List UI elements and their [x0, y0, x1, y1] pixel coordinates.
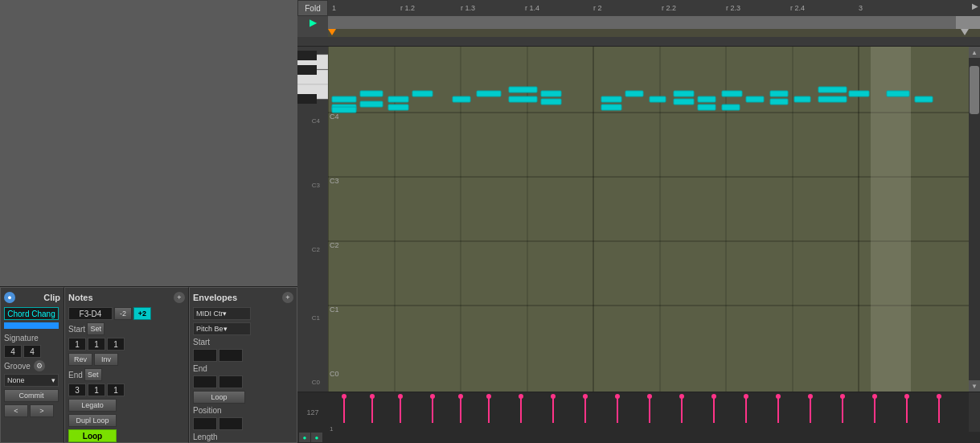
- end-v2[interactable]: [88, 384, 105, 396]
- svg-text:C3: C3: [330, 177, 339, 185]
- clip-title: Clip: [43, 293, 60, 302]
- svg-text:C3: C3: [312, 182, 321, 189]
- start-v1[interactable]: [68, 338, 86, 351]
- playhead-row-1: ▶: [297, 16, 980, 29]
- svg-point-71: [430, 394, 435, 399]
- svg-rect-34: [509, 87, 537, 92]
- notes-add-icon[interactable]: +: [174, 292, 185, 303]
- env-end-v2[interactable]: [219, 375, 243, 388]
- piano-keys: C4 C3 C2 C1 C0: [297, 47, 328, 392]
- pitch-bend-dropdown[interactable]: Pitch Be▾: [193, 322, 251, 335]
- marker-24: r 2.4: [790, 4, 805, 12]
- rev-btn[interactable]: Rev: [68, 353, 92, 366]
- svg-rect-41: [625, 91, 643, 96]
- timeline: 1 r 1.2 r 1.3 r 1.4 r 2 r 2.2 r 2.3 r 2.…: [328, 0, 980, 16]
- svg-rect-39: [360, 101, 383, 107]
- sig-den[interactable]: [23, 345, 41, 358]
- svg-text:1: 1: [330, 425, 334, 432]
- env-pos-v1[interactable]: [193, 417, 217, 430]
- svg-point-101: [904, 394, 909, 399]
- signature-row: Signature: [4, 334, 60, 343]
- loop-bar-2: [328, 29, 980, 37]
- scroll-down-btn[interactable]: ▼: [969, 380, 980, 392]
- inv-btn[interactable]: Inv: [94, 353, 118, 366]
- clip-panel: ● Clip Signature Groove ⚙ Non: [0, 287, 64, 443]
- velocity-area: 127: [297, 392, 980, 432]
- svg-rect-51: [794, 96, 810, 102]
- envelopes-title: Envelopes: [193, 293, 237, 302]
- notes-range[interactable]: [68, 307, 113, 320]
- svg-rect-44: [674, 99, 694, 105]
- svg-rect-31: [412, 91, 433, 96]
- scroll-right-arrow[interactable]: ▶: [972, 2, 978, 10]
- end-marker: [961, 29, 969, 35]
- start-v3[interactable]: [107, 338, 125, 351]
- svg-point-67: [370, 394, 375, 399]
- svg-text:C1: C1: [312, 314, 321, 322]
- svg-text:C2: C2: [330, 241, 339, 249]
- svg-point-75: [486, 394, 491, 399]
- transport-back-btn[interactable]: ●: [299, 433, 310, 442]
- grid-svg: C4 C3 C2 C1 C0: [328, 47, 969, 392]
- marker-22: r 2.2: [662, 4, 676, 12]
- clip-name-field[interactable]: [4, 307, 59, 320]
- clip-color-bar[interactable]: [4, 322, 59, 329]
- env-end-v1[interactable]: [193, 375, 217, 388]
- svg-point-95: [808, 394, 813, 399]
- marker-2: r 2: [593, 4, 602, 12]
- start-set-btn[interactable]: Set: [87, 322, 105, 335]
- scroll-up-btn[interactable]: ▲: [969, 47, 980, 58]
- dupl-loop-btn[interactable]: Dupl Loop: [68, 414, 117, 427]
- env-pos-v2[interactable]: [219, 417, 243, 430]
- note-grid[interactable]: C4 C3 C2 C1 C0: [328, 47, 969, 392]
- svg-point-83: [615, 394, 620, 399]
- transport-forward-btn[interactable]: ●: [311, 433, 322, 442]
- marker-1: 1: [332, 4, 336, 12]
- groove-icon[interactable]: ⚙: [34, 360, 45, 371]
- svg-rect-30: [388, 105, 408, 110]
- clip-icon[interactable]: ●: [4, 292, 15, 303]
- notes-title: Notes: [68, 293, 93, 302]
- end-v3[interactable]: [107, 384, 125, 396]
- svg-point-99: [872, 394, 877, 399]
- envelopes-panel-header: Envelopes +: [193, 291, 293, 304]
- svg-point-77: [519, 394, 523, 399]
- env-start-v1[interactable]: [193, 349, 217, 362]
- marker-23: r 2.3: [726, 4, 740, 12]
- midi-ctrl-dropdown[interactable]: MIDI Ctr▾: [193, 307, 251, 320]
- env-start-v2[interactable]: [219, 349, 243, 362]
- scroll-thumb[interactable]: [970, 66, 979, 114]
- commit-button[interactable]: Commit: [4, 389, 59, 402]
- svg-rect-49: [770, 91, 788, 96]
- start-v2[interactable]: [88, 338, 105, 351]
- plus2-btn[interactable]: +2: [133, 307, 151, 320]
- svg-rect-37: [541, 99, 561, 105]
- env-loop-btn[interactable]: Loop: [193, 391, 245, 404]
- loop-btn[interactable]: Loop: [68, 429, 117, 442]
- minus2-btn[interactable]: -2: [114, 307, 132, 320]
- svg-rect-52: [818, 87, 847, 92]
- legato-btn[interactable]: Legato: [68, 399, 117, 412]
- env-add-icon[interactable]: +: [282, 292, 293, 303]
- svg-text:C0: C0: [312, 379, 321, 386]
- marker-13: r 1.3: [461, 4, 475, 12]
- svg-rect-53: [818, 96, 847, 102]
- end-set-btn[interactable]: Set: [84, 368, 102, 381]
- svg-point-79: [551, 394, 556, 399]
- envelopes-panel: Envelopes + MIDI Ctr▾ Pitch Be▾ Start: [189, 287, 297, 443]
- env-end-label: End: [193, 364, 207, 373]
- svg-rect-57: [887, 91, 909, 96]
- undo-button[interactable]: <: [4, 404, 28, 417]
- vertical-scrollbar[interactable]: ▲ ▼: [969, 47, 980, 392]
- svg-rect-48: [746, 96, 764, 102]
- bottom-scrollbar[interactable]: [969, 392, 980, 432]
- svg-rect-45: [698, 96, 716, 102]
- end-v1[interactable]: [68, 384, 86, 396]
- sig-num[interactable]: [4, 345, 22, 358]
- fold-button[interactable]: Fold: [297, 0, 328, 16]
- svg-text:C2: C2: [312, 246, 321, 253]
- midi-ctrl-value: MIDI Ctr▾: [196, 310, 228, 318]
- svg-rect-6: [297, 94, 317, 104]
- groove-dropdown[interactable]: None ▾: [4, 374, 59, 387]
- redo-button[interactable]: >: [30, 404, 54, 417]
